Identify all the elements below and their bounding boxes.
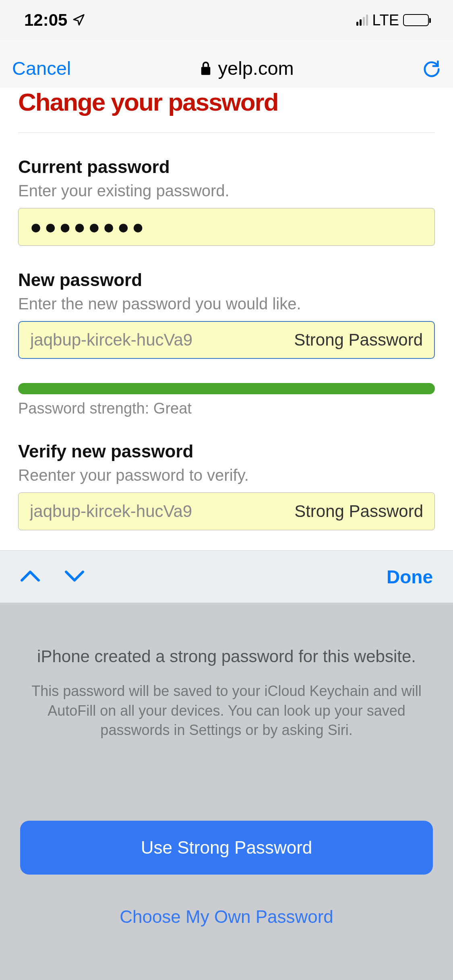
- status-left: 12:05: [24, 10, 85, 30]
- strength-text: Password strength: Great: [18, 400, 435, 417]
- lock-icon: [200, 61, 212, 76]
- verify-password-label: Verify new password: [18, 441, 435, 461]
- new-password-label: New password: [18, 270, 435, 290]
- status-bar: 12:05 LTE: [0, 0, 453, 40]
- url-text: yelp.com: [218, 57, 294, 79]
- current-password-hint: Enter your existing password.: [18, 182, 435, 200]
- suggested-password: jaqbup-kircek-hucVa9: [30, 502, 231, 521]
- prev-field-button[interactable]: [20, 569, 40, 585]
- new-password-input[interactable]: jaqbup-kircek-hucVa9 Strong Password: [18, 321, 435, 359]
- current-password-input[interactable]: ●●●●●●●●: [18, 208, 435, 246]
- use-strong-password-button[interactable]: Use Strong Password: [20, 821, 433, 875]
- status-right: LTE: [356, 12, 429, 29]
- verify-password-input[interactable]: jaqbup-kircek-hucVa9 Strong Password: [18, 492, 435, 530]
- strong-password-badge: Strong Password: [294, 502, 423, 521]
- verify-password-hint: Reenter your password to verify.: [18, 466, 435, 484]
- strong-password-panel: iPhone created a strong password for thi…: [0, 603, 453, 980]
- page-content: Change your password Current password En…: [0, 88, 453, 550]
- next-field-button[interactable]: [64, 569, 85, 585]
- battery-icon: [403, 14, 429, 26]
- page-title: Change your password: [18, 88, 435, 133]
- network-label: LTE: [372, 12, 399, 29]
- field-new-password: New password Enter the new password you …: [18, 270, 435, 359]
- strong-password-badge: Strong Password: [294, 330, 423, 350]
- field-verify-password: Verify new password Reenter your passwor…: [18, 441, 435, 530]
- url-display[interactable]: yelp.com: [200, 57, 294, 79]
- done-button[interactable]: Done: [387, 566, 433, 588]
- password-mask: ●●●●●●●●: [30, 215, 147, 239]
- svg-rect-0: [201, 67, 210, 75]
- choose-own-password-button[interactable]: Choose My Own Password: [20, 907, 433, 927]
- chevron-down-icon: [64, 569, 85, 583]
- suggested-password: jaqbup-kircek-hucVa9: [30, 330, 232, 350]
- strength-bar: [18, 383, 435, 394]
- panel-description: This password will be saved to your iClo…: [20, 681, 433, 740]
- status-time: 12:05: [24, 10, 67, 30]
- input-accessory-bar: Done: [0, 550, 453, 603]
- cancel-button[interactable]: Cancel: [12, 57, 71, 79]
- current-password-label: Current password: [18, 157, 435, 177]
- field-current-password: Current password Enter your existing pas…: [18, 157, 435, 246]
- location-icon: [72, 14, 85, 27]
- chevron-up-icon: [20, 569, 40, 583]
- new-password-hint: Enter the new password you would like.: [18, 295, 435, 313]
- signal-icon: [356, 14, 368, 26]
- panel-title: iPhone created a strong password for thi…: [20, 647, 433, 666]
- reload-button[interactable]: [422, 57, 441, 80]
